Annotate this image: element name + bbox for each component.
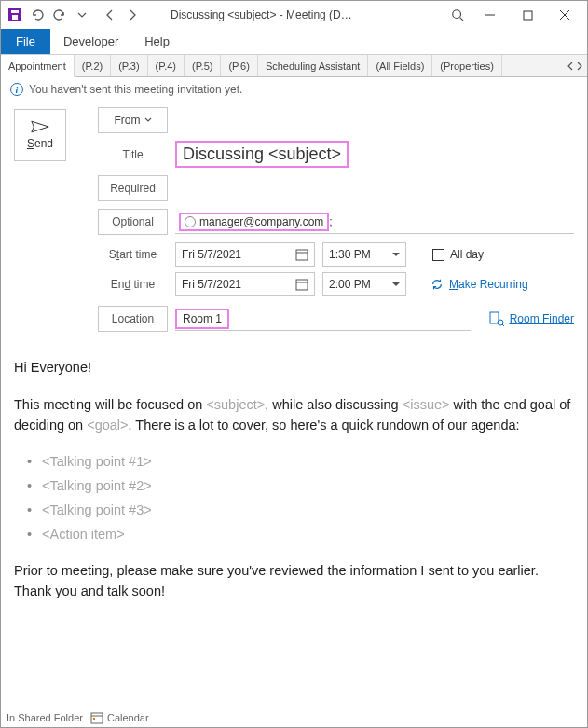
tab-p4[interactable]: (P.4) bbox=[148, 55, 185, 76]
make-recurring-link[interactable]: Make Recurring bbox=[431, 278, 528, 291]
qat-more-icon[interactable] bbox=[72, 5, 92, 25]
required-button[interactable]: Required bbox=[98, 175, 168, 201]
calendar-icon bbox=[295, 278, 308, 291]
tab-scroll-left-icon[interactable] bbox=[567, 62, 574, 71]
body-bullets: <Talking point #1> <Talking point #2> <T… bbox=[14, 452, 574, 544]
save-icon[interactable] bbox=[5, 5, 25, 25]
start-time-label: Start time bbox=[98, 248, 168, 261]
end-time-label: End time bbox=[98, 278, 168, 291]
tab-file[interactable]: File bbox=[1, 29, 50, 54]
chevron-down-icon bbox=[144, 117, 152, 123]
send-button[interactable]: Send bbox=[14, 109, 66, 161]
optional-suffix: ; bbox=[329, 215, 332, 228]
location-button[interactable]: Location bbox=[98, 306, 168, 332]
svg-rect-6 bbox=[296, 250, 308, 260]
tab-p3[interactable]: (P.3) bbox=[111, 55, 147, 76]
start-time-value: 1:30 PM bbox=[329, 248, 371, 261]
info-icon: i bbox=[10, 83, 23, 96]
send-icon bbox=[31, 120, 49, 133]
ribbon: File Developer Help bbox=[1, 29, 587, 55]
status-calendar[interactable]: Calendar bbox=[90, 711, 149, 724]
start-time-field[interactable]: 1:30 PM bbox=[322, 242, 406, 267]
start-date-value: Fri 5/7/2021 bbox=[182, 248, 241, 261]
end-time-field[interactable]: 2:00 PM bbox=[322, 272, 406, 296]
recurring-icon bbox=[431, 278, 444, 291]
room-finder-icon bbox=[489, 311, 504, 326]
tab-p2[interactable]: (P.2) bbox=[75, 55, 111, 76]
chevron-down-icon bbox=[392, 282, 400, 287]
recipient-avatar-icon bbox=[185, 216, 196, 227]
tab-p5[interactable]: (P.5) bbox=[185, 55, 221, 76]
search-icon[interactable] bbox=[444, 2, 472, 28]
calendar-icon bbox=[90, 711, 103, 724]
tab-developer[interactable]: Developer bbox=[50, 29, 131, 54]
nav-forward-icon[interactable] bbox=[122, 5, 143, 25]
sub-tabs: Appointment (P.2) (P.3) (P.4) (P.5) (P.6… bbox=[1, 55, 587, 77]
end-date-value: Fri 5/7/2021 bbox=[182, 278, 241, 291]
checkbox-icon bbox=[432, 249, 444, 261]
window-title: Discussing <subject> - Meeting (D… bbox=[143, 8, 444, 21]
recurring-label: Make Recurring bbox=[449, 278, 528, 291]
redo-icon[interactable] bbox=[49, 5, 70, 25]
location-field[interactable]: Room 1 bbox=[175, 307, 471, 331]
maximize-button[interactable] bbox=[509, 2, 546, 28]
tab-scroll-right-icon[interactable] bbox=[576, 62, 583, 71]
list-item: <Action item> bbox=[42, 525, 574, 545]
info-text: You haven't sent this meeting invitation… bbox=[29, 83, 242, 96]
tab-help[interactable]: Help bbox=[131, 29, 183, 54]
svg-line-1 bbox=[460, 18, 464, 21]
location-value: Room 1 bbox=[175, 309, 229, 329]
tab-properties[interactable]: (Properties) bbox=[432, 55, 501, 76]
undo-icon[interactable] bbox=[27, 5, 48, 25]
body-greeting: Hi Everyone! bbox=[14, 358, 574, 378]
optional-recipient: manager@company.com bbox=[199, 215, 323, 228]
body-paragraph-2: Prior to meeting, please make sure you'v… bbox=[14, 561, 574, 602]
from-label: From bbox=[115, 114, 141, 127]
end-date-field[interactable]: Fri 5/7/2021 bbox=[175, 272, 315, 296]
calendar-icon bbox=[295, 248, 308, 261]
status-calendar-label: Calendar bbox=[107, 712, 149, 723]
status-folder: In Shared Folder bbox=[7, 712, 83, 723]
tab-p6[interactable]: (P.6) bbox=[221, 55, 257, 76]
nav-back-icon[interactable] bbox=[100, 5, 120, 25]
tab-appointment[interactable]: Appointment bbox=[1, 55, 75, 77]
tab-allfields[interactable]: (All Fields) bbox=[368, 55, 432, 76]
svg-rect-15 bbox=[93, 718, 95, 720]
title-label: Title bbox=[98, 142, 168, 168]
meeting-form: Send From Title Discussing <subject> Req… bbox=[1, 102, 587, 332]
list-item: <Talking point #1> bbox=[42, 452, 574, 473]
svg-rect-3 bbox=[524, 11, 532, 20]
svg-line-12 bbox=[502, 324, 504, 326]
optional-button[interactable]: Optional bbox=[98, 209, 168, 235]
send-label: Send bbox=[27, 137, 53, 150]
chevron-down-icon bbox=[392, 253, 400, 257]
svg-point-0 bbox=[453, 10, 461, 19]
allday-checkbox[interactable]: All day bbox=[432, 248, 484, 261]
optional-field[interactable]: manager@company.com ; bbox=[175, 210, 574, 234]
body-paragraph-1: This meeting will be focused on <subject… bbox=[14, 395, 574, 436]
title-field[interactable]: Discussing <subject> bbox=[175, 141, 349, 168]
message-body[interactable]: Hi Everyone! This meeting will be focuse… bbox=[1, 332, 587, 628]
minimize-button[interactable] bbox=[472, 2, 509, 28]
status-bar: In Shared Folder Calendar bbox=[1, 707, 587, 727]
from-button[interactable]: From bbox=[98, 107, 168, 133]
close-button[interactable] bbox=[546, 2, 583, 28]
start-date-field[interactable]: Fri 5/7/2021 bbox=[175, 242, 315, 267]
info-bar: i You haven't sent this meeting invitati… bbox=[1, 77, 587, 102]
room-finder-link[interactable]: Room Finder bbox=[489, 311, 574, 326]
allday-label: All day bbox=[450, 248, 484, 261]
tab-scheduling[interactable]: Scheduling Assistant bbox=[258, 55, 369, 76]
title-bar: Discussing <subject> - Meeting (D… bbox=[1, 1, 587, 29]
svg-rect-8 bbox=[296, 280, 308, 290]
list-item: <Talking point #3> bbox=[42, 501, 574, 521]
svg-rect-13 bbox=[91, 713, 103, 723]
end-time-value: 2:00 PM bbox=[329, 278, 371, 291]
list-item: <Talking point #2> bbox=[42, 476, 574, 497]
room-finder-label: Room Finder bbox=[510, 312, 574, 325]
